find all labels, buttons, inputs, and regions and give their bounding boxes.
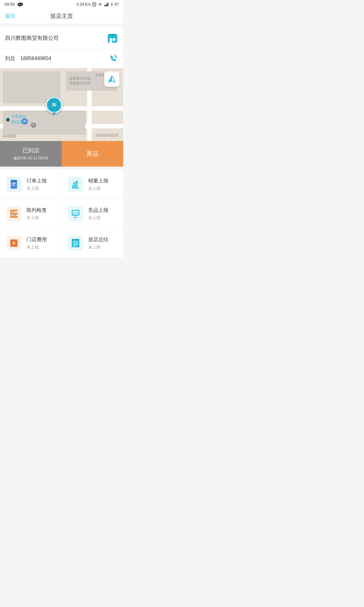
action-row: 已到店 偏差5米 01-11 09:56 离店 (0, 141, 123, 167)
display-check-text: 陈列检查 未上报 (27, 207, 47, 221)
svg-rect-8 (108, 36, 117, 43)
arrived-button[interactable]: 已到店 偏差5米 01-11 09:56 (0, 141, 62, 167)
order-report-text: 订单上报 未上报 (27, 178, 47, 191)
contact-row: 刘总 18856449654 (0, 49, 123, 68)
company-card: 四川辉图商贸有限公司 (0, 27, 123, 49)
svg-rect-21 (74, 183, 76, 188)
svg-rect-9 (110, 38, 112, 43)
competitor-report-icon-wrap (68, 206, 83, 221)
svg-rect-31 (13, 215, 14, 216)
svg-rect-28 (11, 212, 12, 213)
label-softparkd-bottom: 天府软件园D区 (95, 133, 119, 138)
svg-rect-18 (12, 185, 15, 186)
svg-rect-46 (73, 242, 78, 243)
svg-rect-19 (11, 180, 17, 182)
order-report-sub: 未上报 (27, 186, 47, 191)
menu-item-competitor-report[interactable]: 竞品上报 未上报 (62, 199, 123, 229)
display-check-sub: 未上报 (27, 215, 47, 221)
tour-summary-text: 巡店总结 未上报 (88, 236, 108, 250)
navigate-button[interactable] (104, 71, 119, 87)
svg-rect-17 (12, 183, 16, 184)
menu-item-order-report[interactable]: 订单上报 未上报 (0, 170, 62, 199)
arrived-title: 已到店 (22, 147, 39, 154)
nav-bar: 返回 巡店主页 (0, 9, 123, 24)
call-button[interactable] (108, 53, 118, 64)
parking-badge2: P (31, 123, 36, 128)
competitor-report-text: 竞品上报 未上报 (88, 207, 108, 221)
menu-item-display-check[interactable]: 陈列检查 未上报 (0, 199, 62, 229)
svg-rect-4 (105, 4, 106, 6)
svg-marker-23 (76, 181, 78, 182)
store-cost-sub: 未上报 (27, 244, 47, 250)
map-background: 天府软件园D区 ⬛ 天府软件园D2座 首家安业均值外勤软件公司 天府软件园D区 … (0, 68, 123, 141)
svg-rect-32 (15, 215, 16, 216)
menu-item-sales-report[interactable]: 销量上报 未上报 (62, 170, 123, 199)
leave-label: 离店 (86, 150, 99, 158)
svg-rect-30 (11, 215, 12, 216)
presentation-icon (70, 209, 81, 219)
loop-icon (17, 2, 24, 7)
battery-level: 87 (115, 2, 119, 7)
money-icon: ¥ (9, 238, 19, 248)
signal-icon (104, 3, 109, 6)
svg-rect-20 (72, 185, 74, 188)
chart-icon (70, 179, 81, 189)
sales-report-label: 销量上报 (88, 178, 108, 184)
pin-tail (52, 113, 56, 116)
tour-summary-sub: 未上报 (88, 244, 108, 250)
shop-icon (107, 32, 118, 44)
parking-badge: P (21, 118, 28, 125)
tour-summary-icon-wrap (68, 236, 83, 251)
status-left: 09:56 (4, 2, 24, 7)
back-button[interactable]: 返回 (5, 13, 15, 20)
document-icon (9, 179, 19, 189)
status-time: 09:56 (4, 2, 15, 7)
svg-marker-7 (111, 2, 113, 7)
contact-info: 刘总 18856449654 (5, 55, 51, 62)
order-report-icon-wrap (6, 177, 21, 192)
svg-rect-47 (73, 244, 78, 245)
svg-text:⬛: ⬛ (6, 118, 9, 121)
store-cost-icon-wrap: ¥ (6, 236, 21, 251)
map-brand: 高德地图 (3, 134, 16, 138)
svg-rect-36 (75, 213, 76, 214)
wifi-icon (98, 3, 103, 6)
location-pin: 到 (46, 97, 62, 116)
competitor-report-label: 竞品上报 (88, 207, 108, 214)
contact-name: 刘总 (5, 56, 15, 61)
svg-rect-37 (76, 212, 78, 214)
svg-rect-3 (104, 5, 105, 6)
svg-rect-45 (73, 241, 78, 242)
store-cost-text: 门店费用 未上报 (27, 236, 47, 250)
svg-rect-10 (113, 38, 115, 41)
display-check-label: 陈列检查 (27, 207, 47, 214)
menu-item-store-cost[interactable]: ¥ 门店费用 未上报 (0, 229, 62, 258)
label-building-text: 首家安业均值外勤软件公司 (70, 76, 90, 86)
shelves-icon (9, 209, 19, 219)
svg-rect-49 (72, 239, 79, 241)
store-cost-label: 门店费用 (27, 236, 47, 243)
display-check-icon-wrap (6, 206, 21, 221)
list-icon (70, 238, 81, 248)
menu-item-tour-summary[interactable]: 巡店总结 未上报 (62, 229, 123, 258)
leave-button[interactable]: 离店 (62, 141, 123, 167)
menu-grid: 订单上报 未上报 销量上报 未上报 (0, 170, 123, 258)
svg-rect-6 (107, 3, 108, 6)
svg-line-2 (94, 4, 95, 5)
arrived-subtitle: 偏差5米 01-11 09:56 (13, 156, 48, 161)
page-title: 巡店主页 (50, 12, 73, 20)
navigate-icon (107, 75, 116, 83)
svg-rect-27 (10, 216, 18, 218)
pin-inner: 到 (48, 99, 60, 111)
svg-rect-22 (76, 182, 77, 188)
svg-rect-35 (73, 212, 75, 214)
contact-phone: 18856449654 (20, 56, 51, 61)
svg-rect-25 (10, 210, 18, 212)
clock-icon (92, 2, 96, 7)
sales-report-text: 销量上报 未上报 (88, 178, 108, 191)
tour-summary-label: 巡店总结 (88, 236, 108, 243)
svg-rect-26 (10, 213, 18, 215)
svg-rect-5 (106, 3, 107, 6)
svg-rect-48 (73, 246, 76, 246)
svg-text:¥: ¥ (13, 242, 15, 245)
